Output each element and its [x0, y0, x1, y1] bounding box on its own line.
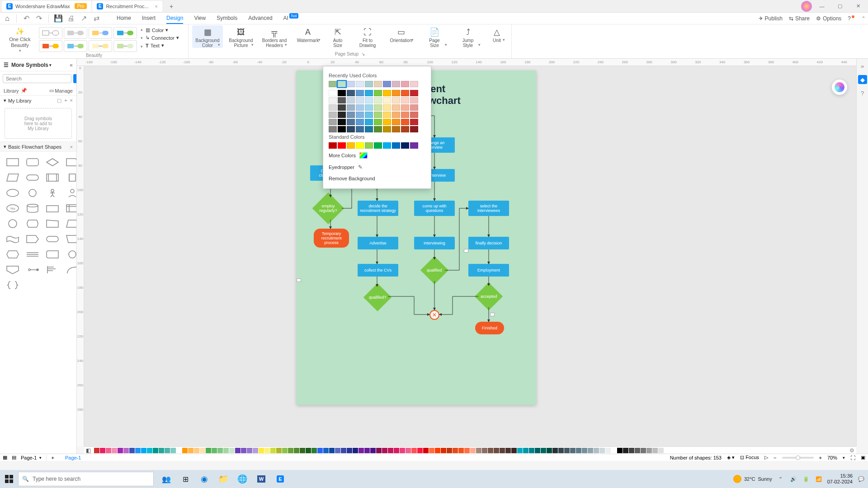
shape-parallelogram[interactable]	[5, 172, 21, 183]
color-swatch[interactable]	[401, 90, 409, 96]
shape-internal[interactable]	[64, 202, 77, 214]
palette-swatch[interactable]	[511, 448, 517, 453]
palette-swatch[interactable]	[253, 448, 258, 453]
palette-swatch[interactable]	[400, 448, 405, 453]
palette-swatch[interactable]	[629, 448, 634, 453]
shape-circle[interactable]	[24, 187, 41, 199]
page-size-button[interactable]: 📄 Page Size ▾	[419, 25, 450, 48]
color-swatch[interactable]	[401, 97, 409, 103]
color-swatch[interactable]	[338, 90, 346, 96]
palette-swatch[interactable]	[141, 448, 146, 453]
shape-pentagon-down[interactable]	[5, 264, 21, 276]
grid-view-icon[interactable]: ▦	[3, 455, 7, 460]
shape-ring[interactable]	[64, 249, 77, 260]
color-swatch[interactable]	[374, 112, 382, 118]
palette-swatch[interactable]	[200, 448, 205, 453]
color-swatch[interactable]	[383, 104, 391, 111]
box-decide-strategy[interactable]: decide the recruitment strategy	[358, 201, 398, 216]
color-swatch[interactable]	[392, 119, 400, 125]
palette-swatch[interactable]	[112, 448, 117, 453]
style-preset[interactable]	[39, 40, 62, 52]
color-swatch[interactable]	[329, 112, 337, 118]
color-swatch[interactable]	[401, 142, 409, 149]
palette-swatch[interactable]	[464, 448, 470, 453]
palette-swatch[interactable]	[335, 448, 340, 453]
color-swatch[interactable]	[410, 142, 418, 149]
color-swatch[interactable]	[410, 104, 418, 111]
start-button[interactable]	[0, 470, 18, 488]
diamond-qualified2[interactable]: qualified?	[363, 283, 392, 311]
color-swatch[interactable]	[347, 142, 355, 149]
palette-swatch[interactable]	[317, 448, 323, 453]
redo-icon[interactable]: ↷	[34, 14, 44, 23]
style-preset[interactable]	[64, 40, 87, 52]
palette-swatch[interactable]	[194, 448, 199, 453]
box-come-up-questions[interactable]: come up with questions	[414, 201, 455, 216]
app-tab[interactable]: E Wondershare EdrawMax Pro	[2, 1, 91, 12]
close-icon[interactable]: ×	[70, 98, 73, 103]
palette-swatch[interactable]	[170, 448, 176, 453]
palette-swatch[interactable]	[247, 448, 252, 453]
palette-swatch[interactable]	[370, 448, 376, 453]
color-swatch[interactable]	[410, 81, 418, 87]
tab-advanced[interactable]: Advanced	[248, 13, 272, 24]
battery-icon[interactable]: 🔋	[802, 475, 810, 483]
shape-tag[interactable]	[24, 233, 41, 245]
palette-swatch[interactable]	[541, 448, 546, 453]
palette-swatch[interactable]	[635, 448, 640, 453]
zoom-slider[interactable]	[782, 457, 814, 459]
scroll-down-icon[interactable]: ▾	[141, 36, 143, 40]
remove-background-button[interactable]: Remove Background	[329, 173, 425, 184]
palette-swatch[interactable]	[359, 448, 364, 453]
style-preset[interactable]	[113, 40, 137, 52]
shape-card[interactable]	[44, 202, 61, 214]
palette-swatch[interactable]	[353, 448, 358, 453]
palette-swatch[interactable]	[106, 448, 111, 453]
color-swatch[interactable]	[356, 126, 364, 132]
color-swatch[interactable]	[329, 81, 337, 87]
style-preset[interactable]	[89, 40, 112, 52]
palette-swatch[interactable]	[500, 448, 505, 453]
palette-swatch[interactable]	[118, 448, 123, 453]
palette-swatch[interactable]	[264, 448, 270, 453]
shape-display[interactable]	[24, 218, 41, 230]
palette-swatch[interactable]	[570, 448, 576, 453]
add-page-button[interactable]: +	[51, 455, 54, 460]
shape-annotation[interactable]	[44, 264, 61, 276]
shape-user[interactable]	[64, 187, 77, 199]
color-swatch[interactable]	[392, 126, 400, 132]
color-swatch[interactable]	[401, 119, 409, 125]
collapse-ribbon-button[interactable]: ⌃	[862, 16, 865, 21]
color-swatch[interactable]	[329, 142, 337, 149]
shape-terminator[interactable]	[24, 172, 41, 183]
palette-swatch[interactable]	[364, 448, 370, 453]
palette-swatch[interactable]	[582, 448, 587, 453]
color-swatch[interactable]	[383, 97, 391, 103]
shape-rounded[interactable]	[44, 249, 61, 260]
taskbar-app-people[interactable]: 👥	[157, 470, 175, 488]
tab-design[interactable]: Design	[166, 13, 183, 24]
document-tab[interactable]: E Recruitment Proc... ×	[92, 1, 162, 12]
diamond-accepted[interactable]: accepted	[475, 282, 503, 310]
palette-swatch[interactable]	[623, 448, 628, 453]
color-swatch[interactable]	[338, 97, 346, 103]
color-swatch[interactable]	[329, 104, 337, 111]
palette-swatch[interactable]	[288, 448, 293, 453]
box-collect-cvs[interactable]: collect the CVs	[358, 264, 398, 277]
scroll-up-icon[interactable]: ▴	[141, 27, 143, 32]
color-swatch[interactable]	[365, 81, 373, 87]
new-window-icon[interactable]: ▢	[57, 98, 61, 103]
style-preset[interactable]	[89, 27, 112, 39]
palette-swatch[interactable]	[176, 448, 182, 453]
round-finished[interactable]: Finished	[475, 322, 504, 334]
palette-swatch[interactable]	[652, 448, 658, 453]
palette-swatch[interactable]	[323, 448, 329, 453]
palette-swatch[interactable]	[165, 448, 170, 453]
palette-swatch[interactable]	[611, 448, 617, 453]
shape-circle2[interactable]	[5, 218, 21, 230]
focus-toggle[interactable]: ⊡ Focus	[740, 455, 759, 460]
collapse-icon[interactable]: ▾	[4, 144, 6, 150]
palette-swatch[interactable]	[453, 448, 458, 453]
color-swatch[interactable]	[356, 90, 364, 96]
color-swatch[interactable]	[338, 81, 346, 87]
